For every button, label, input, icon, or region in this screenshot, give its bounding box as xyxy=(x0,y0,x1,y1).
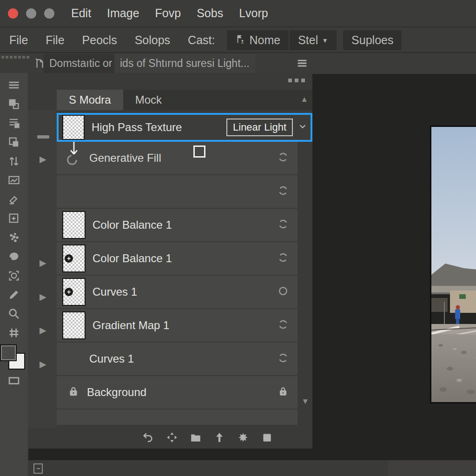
tab-s-modra[interactable]: S Modra xyxy=(57,90,123,110)
menu-sobs[interactable]: Sobs xyxy=(197,7,223,20)
layer-row-color-balance-1b[interactable]: + Color Balance 1 xyxy=(57,242,298,276)
scrollbar[interactable] xyxy=(298,110,312,428)
menu-bar: Edit Image Fovp Sobs Lvorp xyxy=(0,0,476,26)
lasso-tool-icon[interactable] xyxy=(7,250,21,264)
breadcrumb-segment-2[interactable]: ids of Shtırnd suresi Light... xyxy=(114,54,255,73)
status-square-icon[interactable] xyxy=(33,463,43,474)
chevron-down-icon[interactable] xyxy=(298,121,308,133)
move-copy-tool-icon[interactable] xyxy=(7,97,21,111)
sync-icon[interactable] xyxy=(277,251,289,265)
sync-icon[interactable] xyxy=(277,352,289,366)
suploes-button[interactable]: Suploes xyxy=(343,30,402,50)
menu-lvorp[interactable]: Lvorp xyxy=(239,7,268,20)
undo-icon[interactable] xyxy=(142,431,154,445)
breadcrumb-segment-1[interactable]: Domstaıtic or xyxy=(44,54,118,73)
toolbar-file-1[interactable]: File xyxy=(9,33,28,47)
document-breadcrumb-bar: Domstaıtic or ids of Shtırnd suresi Ligh… xyxy=(0,52,476,74)
layer-name: Curves 1 xyxy=(89,352,134,365)
sync-icon[interactable] xyxy=(277,218,289,232)
layer-thumbnail[interactable] xyxy=(62,311,86,339)
layer-thumbnail[interactable] xyxy=(62,115,85,140)
expand-arrow-icon[interactable]: ▶ xyxy=(40,360,46,369)
layer-row-curves-1[interactable]: + Curves 1 xyxy=(57,276,298,309)
transform-arrows-tool-icon[interactable] xyxy=(7,154,21,168)
menu-edit[interactable]: Edit xyxy=(71,7,91,20)
layer-name: Color Balance 1 xyxy=(93,218,172,231)
new-layer-icon[interactable] xyxy=(261,431,273,445)
layer-thumbnail[interactable]: + xyxy=(62,278,86,306)
toolbar-cast-label: Cast: xyxy=(188,33,215,47)
frame-tool-icon[interactable] xyxy=(7,326,21,340)
lock-icon[interactable] xyxy=(277,385,289,399)
expand-arrow-icon[interactable]: ▶ xyxy=(40,292,46,301)
chevron-down-icon: ▼ xyxy=(322,37,328,44)
add-selection-tool-icon[interactable] xyxy=(7,212,21,225)
gutter-handle[interactable] xyxy=(37,135,49,139)
panel-tab-bar: S Modra Mock ▲ xyxy=(57,90,312,110)
circle-icon[interactable] xyxy=(277,285,289,299)
expand-arrow-icon[interactable]: ▶ xyxy=(40,326,46,335)
panel-bottom-toolbar xyxy=(28,428,312,449)
stel-dropdown-label: Stel xyxy=(298,33,318,47)
suploes-button-label: Suploes xyxy=(351,33,393,47)
stel-dropdown[interactable]: Stel ▼ xyxy=(290,30,337,50)
toolbar-file-2[interactable]: File xyxy=(46,33,64,47)
close-window-icon[interactable] xyxy=(8,8,18,19)
foreground-color-swatch[interactable] xyxy=(0,344,17,361)
hamburger-menu-icon[interactable] xyxy=(296,57,309,72)
move-cross-icon[interactable] xyxy=(166,431,178,445)
nome-button[interactable]: Nome xyxy=(227,30,289,50)
expand-arrow-icon[interactable]: ▶ xyxy=(40,258,46,267)
foreground-background-color-swatches[interactable] xyxy=(0,344,24,369)
canvas-photo xyxy=(430,126,476,403)
layer-name: Background xyxy=(87,386,146,399)
layer-row-curves-1b[interactable]: Curves 1 xyxy=(57,343,298,376)
expand-arrow-icon[interactable]: ▶ xyxy=(40,155,46,164)
folder-icon[interactable] xyxy=(190,431,202,445)
layer-row-gradient-map-1[interactable]: Gradient Map 1 xyxy=(57,309,298,343)
layer-row-partial xyxy=(57,410,298,425)
marquee-tool-icon[interactable] xyxy=(7,374,21,388)
menu-fovp[interactable]: Fovp xyxy=(155,7,181,20)
layer-row-background[interactable]: Background xyxy=(57,376,298,410)
rotate-view-tool-icon[interactable] xyxy=(7,269,21,283)
toolbar-peocls[interactable]: Peocls xyxy=(82,33,117,47)
layer-thumbnail[interactable] xyxy=(62,211,86,239)
layer-row-empty[interactable] xyxy=(57,175,298,209)
tab-mock[interactable]: Mock xyxy=(123,90,174,110)
scroll-down-icon[interactable]: ▼ xyxy=(301,397,309,405)
status-bar xyxy=(28,459,476,476)
toolbar-solops[interactable]: Solops xyxy=(135,33,170,47)
zoom-tool-icon[interactable] xyxy=(7,307,21,321)
sync-icon[interactable] xyxy=(277,185,289,198)
panel-options-dots-icon[interactable] xyxy=(288,79,305,82)
selection-square-icon[interactable] xyxy=(193,145,205,158)
sync-icon[interactable] xyxy=(277,318,289,332)
layer-thumbnail[interactable]: + xyxy=(62,245,86,272)
pencil-tool-icon[interactable] xyxy=(7,288,21,302)
layer-row-high-pass-texture[interactable]: High Pass Texture Linear Light xyxy=(57,113,312,142)
paragraph-list-tool-icon[interactable] xyxy=(7,116,21,130)
crop-tool-icon[interactable] xyxy=(7,135,21,149)
layer-row-generative-fill[interactable]: Generative Fill xyxy=(57,142,298,175)
layer-row-color-balance-1[interactable]: Color Balance 1 xyxy=(57,209,298,242)
layer-name: High Pass Texture xyxy=(92,121,182,134)
scatter-brush-tool-icon[interactable] xyxy=(7,231,21,245)
options-menu-items: File File Peocls Solops Cast: xyxy=(9,33,215,47)
zoom-window-icon[interactable] xyxy=(44,8,54,19)
sync-icon[interactable] xyxy=(277,151,289,165)
minimize-window-icon[interactable] xyxy=(26,8,36,19)
menu-lines-tool-icon[interactable] xyxy=(7,78,21,92)
tools-panel xyxy=(0,73,29,476)
layers-panel: S Modra Mock ▲ ▶ ▶ ▶ ▶ ▶ High Pass Textu… xyxy=(28,73,312,449)
menu-image[interactable]: Image xyxy=(107,7,139,20)
brush-splat-icon[interactable] xyxy=(237,431,249,445)
status-bar-segment xyxy=(388,460,476,476)
blend-mode-dropdown[interactable]: Linear Light xyxy=(226,119,293,136)
arrow-up-icon[interactable] xyxy=(213,431,225,445)
layer-name: Color Balance 1 xyxy=(93,252,172,265)
scroll-up-icon[interactable]: ▲ xyxy=(300,95,308,103)
drag-handle-dots xyxy=(1,56,29,59)
image-adjust-tool-icon[interactable] xyxy=(7,173,21,187)
eraser-tool-icon[interactable] xyxy=(7,192,21,206)
